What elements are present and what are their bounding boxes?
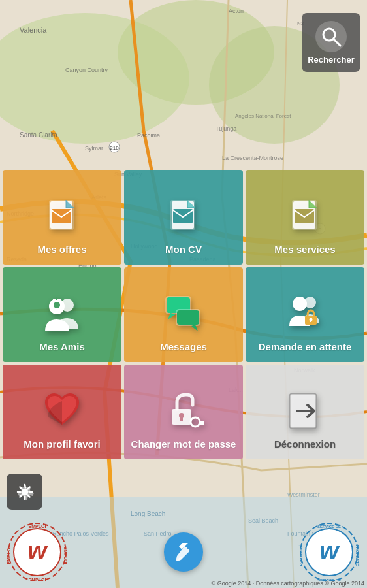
svg-text:Valencia: Valencia bbox=[20, 26, 47, 34]
svg-rect-62 bbox=[180, 417, 183, 421]
mon-cv-icon bbox=[161, 193, 206, 238]
demande-attente-cell[interactable]: Demande en attente bbox=[246, 267, 364, 362]
svg-text:Westminster: Westminster bbox=[287, 491, 320, 498]
svg-text:w: w bbox=[319, 537, 340, 564]
svg-text:Tujunga: Tujunga bbox=[215, 125, 236, 132]
mes-services-icon bbox=[282, 193, 328, 238]
svg-text:Angeles National Forest: Angeles National Forest bbox=[235, 113, 291, 119]
svg-text:EMPLOI: EMPLOI bbox=[29, 578, 46, 582]
deconnexion-label: Déconnexion bbox=[274, 438, 336, 450]
svg-text:Acton: Acton bbox=[229, 8, 244, 14]
svg-text:PROXIMITÉ: PROXIMITÉ bbox=[355, 544, 360, 566]
messages-label: Messages bbox=[160, 341, 207, 353]
svg-text:SERVICE DE: SERVICE DE bbox=[317, 578, 341, 582]
svg-text:w: w bbox=[27, 537, 48, 564]
changer-mot-passe-icon bbox=[161, 387, 206, 433]
svg-point-48 bbox=[54, 302, 60, 308]
svg-text:PROXIMITÉ: PROXIMITÉ bbox=[298, 544, 303, 566]
svg-point-63 bbox=[191, 417, 200, 427]
mes-offres-icon bbox=[39, 193, 85, 238]
svg-text:Santa Clarita: Santa Clarita bbox=[20, 131, 57, 139]
svg-rect-59 bbox=[310, 319, 311, 322]
demande-attente-label: Demande en attente bbox=[259, 341, 352, 353]
svg-text:EMPLOI: EMPLOI bbox=[29, 524, 46, 529]
mes-offres-label: Mes offres bbox=[37, 244, 86, 255]
svg-text:La Crescenta-Montrose: La Crescenta-Montrose bbox=[222, 155, 283, 161]
left-logo[interactable]: EMPLOI EMPLOI EMPLOI EMPLOI w bbox=[7, 521, 69, 583]
gear-icon bbox=[15, 482, 35, 502]
right-logo[interactable]: SERVICE DE PROXIMITÉ SERVICE DE PROXIMIT… bbox=[298, 521, 360, 583]
svg-text:SERVICE DE: SERVICE DE bbox=[317, 525, 341, 529]
mon-profil-favori-cell[interactable]: Mon profil favori bbox=[3, 365, 121, 459]
mon-cv-label: Mon CV bbox=[165, 244, 202, 255]
mes-amis-cell[interactable]: Mes Amis bbox=[3, 267, 121, 362]
svg-text:Pacoima: Pacoima bbox=[137, 132, 160, 139]
mes-amis-label: Mes Amis bbox=[39, 341, 84, 353]
mes-offres-cell[interactable]: Mes offres bbox=[3, 170, 121, 265]
svg-text:EMPLOI: EMPLOI bbox=[7, 546, 11, 564]
deconnexion-icon bbox=[282, 387, 328, 433]
main-grid: Mes offres Mon CV bbox=[0, 170, 367, 459]
svg-rect-50 bbox=[56, 297, 57, 300]
search-icon bbox=[315, 21, 347, 52]
messages-cell[interactable]: Messages bbox=[124, 267, 243, 362]
svg-text:Canyon Country: Canyon Country bbox=[65, 67, 108, 73]
changer-mot-passe-label: Changer mot de passe bbox=[131, 438, 236, 450]
mon-profil-favori-icon bbox=[39, 387, 85, 433]
mon-profil-favori-label: Mon profil favori bbox=[24, 438, 101, 450]
messages-icon bbox=[161, 290, 206, 336]
pencil-icon bbox=[174, 543, 193, 561]
svg-point-56 bbox=[293, 297, 307, 311]
svg-text:Sylmar: Sylmar bbox=[85, 145, 103, 152]
changer-mot-passe-cell[interactable]: Changer mot de passe bbox=[124, 365, 243, 459]
svg-rect-54 bbox=[177, 310, 199, 325]
mes-amis-icon bbox=[39, 290, 85, 336]
settings-button[interactable] bbox=[7, 474, 42, 510]
svg-text:210: 210 bbox=[110, 145, 119, 151]
mes-services-cell[interactable]: Mes services bbox=[246, 170, 364, 265]
mes-services-label: Mes services bbox=[274, 244, 335, 255]
edit-button[interactable] bbox=[164, 532, 203, 572]
bottom-bar: EMPLOI EMPLOI EMPLOI EMPLOI w SERVICE DE… bbox=[0, 516, 367, 588]
svg-text:EMPLOI: EMPLOI bbox=[63, 546, 68, 564]
search-label: Rechercher bbox=[308, 55, 355, 65]
search-button[interactable]: Rechercher bbox=[302, 13, 360, 72]
svg-line-36 bbox=[334, 39, 340, 46]
deconnexion-cell[interactable]: Déconnexion bbox=[246, 365, 364, 459]
demande-attente-icon bbox=[282, 290, 328, 336]
mon-cv-cell[interactable]: Mon CV bbox=[124, 170, 243, 265]
